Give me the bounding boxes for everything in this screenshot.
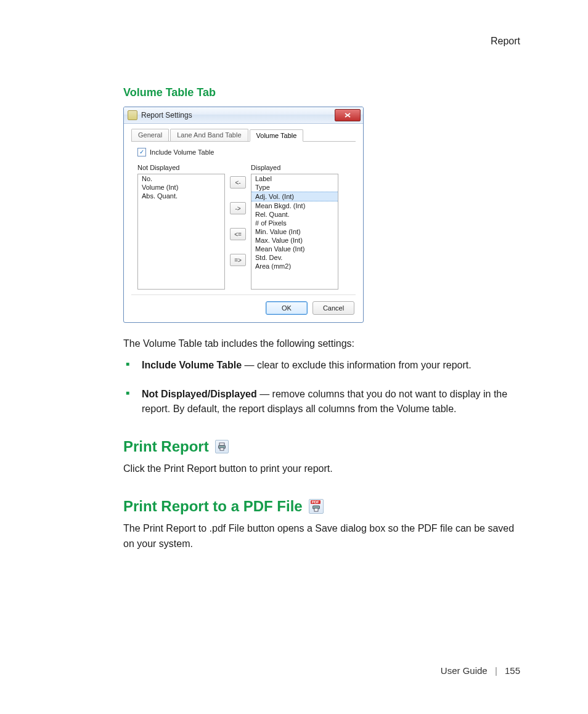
list-item[interactable]: Max. Value (Int) <box>251 236 338 245</box>
displayed-listbox[interactable]: LabelTypeAdj. Vol. (Int)Mean Bkgd. (Int)… <box>251 174 338 290</box>
svg-rect-0 <box>219 443 224 445</box>
tab-lane-and-band-table[interactable]: Lane And Band Table <box>170 129 248 141</box>
list-item[interactable]: # of Pixels <box>251 219 338 227</box>
list-item[interactable]: Mean Value (Int) <box>251 245 338 253</box>
move-left-all-button[interactable]: <= <box>230 228 246 240</box>
close-icon <box>345 113 351 118</box>
list-item[interactable]: Min. Value (Int) <box>251 227 338 236</box>
dialog-app-icon <box>128 110 137 120</box>
list-item[interactable]: Std. Dev. <box>251 253 338 262</box>
printer-icon <box>312 505 321 512</box>
print-report-pdf-heading-text: Print Report to a PDF File <box>123 498 303 515</box>
list-item[interactable]: No. <box>138 174 224 183</box>
move-right-all-button[interactable]: => <box>230 254 246 266</box>
bullet-term: Not Displayed/Displayed <box>142 389 257 399</box>
print-report-toolbar-icon[interactable] <box>215 440 229 453</box>
displayed-label: Displayed <box>251 164 338 171</box>
pdf-badge: PDF <box>311 500 321 504</box>
bullet-text: — clear to exclude this information from… <box>242 360 472 370</box>
volume-table-tab-heading: Volume Table Tab <box>123 86 520 99</box>
footer-page-number: 155 <box>505 665 520 676</box>
include-volume-table-label: Include Volume Table <box>150 148 214 156</box>
footer-guide-label: User Guide <box>441 665 488 676</box>
list-item[interactable]: Adj. Vol. (Int) <box>251 192 338 201</box>
printer-icon <box>218 442 226 451</box>
tab-body: ✓ Include Volume Table Not Displayed No.… <box>131 141 356 295</box>
print-report-heading-text: Print Report <box>123 438 209 455</box>
not-displayed-listbox[interactable]: No.Volume (Int)Abs. Quant. <box>137 174 225 290</box>
page-footer: User Guide | 155 <box>441 665 520 676</box>
list-item[interactable]: Type <box>251 183 338 192</box>
list-item: Include Volume Table — clear to exclude … <box>123 358 520 373</box>
print-report-pdf-toolbar-icon[interactable]: PDF <box>309 499 324 514</box>
dialog-tabs: General Lane And Band Table Volume Table <box>124 124 363 141</box>
dialog-title: Report Settings <box>141 111 192 120</box>
svg-rect-2 <box>220 448 224 450</box>
page-header-section: Report <box>491 36 520 47</box>
dialog-titlebar: Report Settings <box>124 107 363 124</box>
paragraph-print-report: Click the Print Report button to print y… <box>123 461 520 477</box>
list-item: Not Displayed/Displayed — remove columns… <box>123 387 520 418</box>
move-right-one-button[interactable]: -> <box>230 202 246 214</box>
not-displayed-label: Not Displayed <box>137 164 225 171</box>
bullet-term: Include Volume Table <box>142 360 242 370</box>
paragraph-volume-table-intro: The Volume Table tab includes the follow… <box>123 336 520 352</box>
settings-bullet-list: Include Volume Table — clear to exclude … <box>123 358 520 417</box>
footer-separator: | <box>495 665 497 676</box>
tab-volume-table[interactable]: Volume Table <box>250 129 304 142</box>
print-report-heading: Print Report <box>123 438 520 455</box>
list-item[interactable]: Rel. Quant. <box>251 210 338 219</box>
list-item[interactable]: Label <box>251 174 338 183</box>
list-item[interactable]: Mean Bkgd. (Int) <box>251 201 338 210</box>
cancel-button[interactable]: Cancel <box>312 301 354 315</box>
tab-general[interactable]: General <box>131 129 169 141</box>
svg-rect-4 <box>314 508 318 511</box>
list-item[interactable]: Area (mm2) <box>251 262 338 270</box>
include-volume-table-checkbox[interactable]: ✓ <box>137 148 146 156</box>
paragraph-print-report-pdf: The Print Report to .pdf File button ope… <box>123 521 520 552</box>
ok-button[interactable]: OK <box>266 301 308 315</box>
move-left-one-button[interactable]: <- <box>230 176 246 189</box>
list-item[interactable]: Abs. Quant. <box>138 192 224 200</box>
report-settings-dialog: Report Settings General Lane And Band Ta… <box>123 107 364 323</box>
list-item[interactable]: Volume (Int) <box>138 183 224 192</box>
print-report-pdf-heading: Print Report to a PDF File PDF <box>123 498 520 515</box>
close-button[interactable] <box>335 109 361 121</box>
